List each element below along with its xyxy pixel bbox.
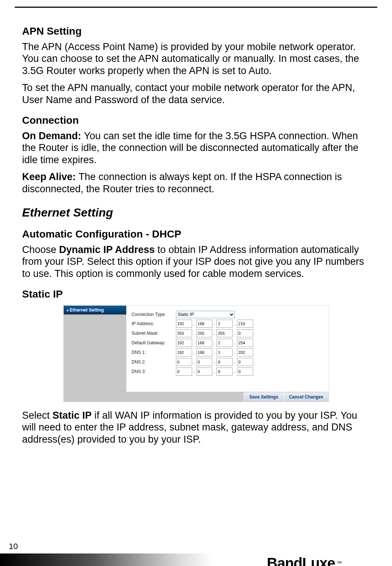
brand-logo: BandLuxe™ <box>267 553 392 566</box>
dns1-oct1[interactable] <box>176 348 192 356</box>
save-settings-button[interactable]: Save Settings <box>244 392 283 402</box>
text-staticip-1: Select <box>22 410 53 421</box>
dns2-oct4[interactable] <box>237 358 253 366</box>
dns2-oct3[interactable] <box>216 358 233 366</box>
dns1-oct2[interactable] <box>196 348 212 356</box>
heading-dhcp: Automatic Configuration - DHCP <box>22 228 370 240</box>
para-dhcp: Choose Dynamic IP Address to obtain IP A… <box>22 244 370 280</box>
default-gateway-oct3[interactable] <box>216 339 233 347</box>
label-keepalive: Keep Alive: <box>22 171 79 182</box>
label-default-gateway: Default Gateway: <box>132 340 176 345</box>
ip-address-oct1[interactable] <box>176 320 192 328</box>
para-ondemand: On Demand: You can set the idle time for… <box>22 130 370 166</box>
subnet-mask-oct3[interactable] <box>216 329 233 337</box>
default-gateway-oct2[interactable] <box>196 339 212 347</box>
default-gateway-oct4[interactable] <box>237 339 253 347</box>
dns3-oct1[interactable] <box>176 368 192 376</box>
label-connection-type: Connection Type: <box>132 312 176 317</box>
ip-address-oct2[interactable] <box>196 320 212 328</box>
dns3-oct3[interactable] <box>216 368 233 376</box>
page-number: 10 <box>0 542 392 553</box>
heading-apn-setting: APN Setting <box>22 25 370 37</box>
ip-address-oct4[interactable] <box>237 320 253 328</box>
heading-static-ip: Static IP <box>22 288 370 300</box>
label-dynamic-ip: Dynamic IP Address <box>59 244 155 255</box>
dns1-oct4[interactable] <box>237 348 253 356</box>
label-dns3: DNS 3: <box>132 369 176 374</box>
para-keepalive: Keep Alive: The connection is always kep… <box>22 171 370 195</box>
dns2-oct2[interactable] <box>196 358 212 366</box>
cancel-changes-button[interactable]: Cancel Changes <box>283 392 328 402</box>
default-gateway-oct1[interactable] <box>176 339 192 347</box>
label-dns2: DNS 2: <box>132 359 176 365</box>
label-ondemand: On Demand: <box>22 130 84 141</box>
ip-address-oct3[interactable] <box>216 320 233 328</box>
subnet-mask-oct1[interactable] <box>176 329 192 337</box>
para-static-ip: Select Static IP if all WAN IP informati… <box>22 409 370 445</box>
dns3-oct4[interactable] <box>237 368 253 376</box>
heading-connection: Connection <box>22 115 370 126</box>
dns3-oct2[interactable] <box>196 368 212 376</box>
para-apn-1: The APN (Access Point Name) is provided … <box>22 41 370 77</box>
dns2-oct1[interactable] <box>176 358 192 366</box>
label-ip-address: IP Address: <box>132 321 176 326</box>
label-subnet-mask: Subnet Mask: <box>132 331 176 336</box>
router-ui-screenshot: Ethernet Setting Connection Type: Static… <box>63 305 329 402</box>
sidebar-ethernet-setting[interactable]: Ethernet Setting <box>64 306 126 314</box>
label-dns1: DNS 1: <box>132 350 176 355</box>
label-static-ip-bold: Static IP <box>53 410 92 421</box>
text-dhcp-1: Choose <box>22 244 59 255</box>
dns1-oct3[interactable] <box>216 348 233 356</box>
subnet-mask-oct4[interactable] <box>237 329 253 337</box>
para-apn-2: To set the APN manually, contact your mo… <box>22 82 370 106</box>
subnet-mask-oct2[interactable] <box>196 329 212 337</box>
heading-ethernet-setting: Ethernet Setting <box>22 206 370 219</box>
connection-type-select[interactable]: Static IP <box>176 311 235 318</box>
